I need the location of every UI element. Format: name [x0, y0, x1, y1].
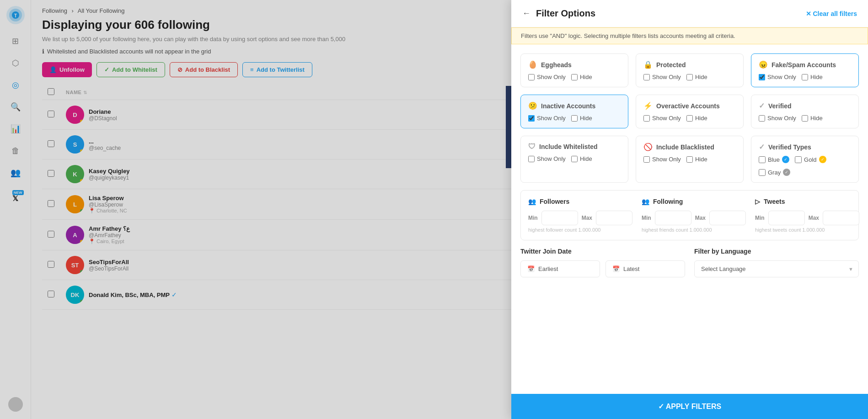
eggheads-show-only-checkbox[interactable] — [528, 74, 535, 80]
verified-show-only-checkbox[interactable] — [759, 115, 765, 122]
protected-hide[interactable]: Hide — [686, 74, 707, 80]
date-lang-section: Twitter Join Date 📅 Earliest 📅 Latest Fi — [520, 248, 859, 277]
filter-panel: ← Filter Options ✕ Clear all filters Fil… — [511, 0, 868, 419]
back-button[interactable]: ← — [522, 9, 530, 18]
followers-icon: 👥 — [528, 198, 536, 205]
verified-type-blue[interactable]: Blue ✓ — [759, 156, 789, 163]
include-blacklisted-icon: 🚫 — [643, 143, 653, 151]
verified-show-only[interactable]: Show Only — [759, 115, 796, 122]
inactive-show-only-checkbox[interactable] — [528, 115, 535, 122]
protected-show-only[interactable]: Show Only — [643, 74, 681, 80]
filter-row-1: 🥚 Eggheads Show Only Hide — [520, 53, 859, 87]
filter-header: ← Filter Options ✕ Clear all filters — [511, 0, 868, 27]
overactive-card: ⚡ Overactive Accounts Show Only Hide — [636, 95, 744, 128]
include-blacklisted-hide[interactable]: Hide — [686, 156, 707, 163]
include-whitelisted-icon: 🛡 — [528, 143, 536, 151]
eggheads-icon: 🥚 — [528, 60, 537, 69]
following-max-input[interactable] — [709, 211, 746, 225]
verified-type-gold-checkbox[interactable] — [795, 156, 802, 163]
inactive-card: 😕 Inactive Accounts Show Only Hide — [520, 95, 628, 128]
tweets-range: ▷ Tweets Min Max highest tweets count 1.… — [755, 198, 859, 233]
verified-type-gray[interactable]: Gray ✓ — [759, 169, 790, 176]
tweets-min-input[interactable] — [768, 211, 805, 225]
eggheads-show-only[interactable]: Show Only — [528, 74, 566, 80]
eggheads-card: 🥚 Eggheads Show Only Hide — [520, 53, 628, 87]
overactive-show-only[interactable]: Show Only — [643, 115, 681, 122]
following-range: 👥 Following Min Max highest friends coun… — [642, 198, 746, 233]
verified-hide[interactable]: Hide — [802, 115, 823, 122]
blue-checkmark: ✓ — [782, 156, 789, 163]
calendar-icon: 📅 — [527, 265, 535, 272]
verified-icon: ✓ — [759, 101, 765, 110]
filter-title: Filter Options — [536, 8, 595, 19]
fake-spam-hide-checkbox[interactable] — [802, 74, 808, 80]
inactive-show-only[interactable]: Show Only — [528, 115, 566, 122]
verified-type-blue-checkbox[interactable] — [759, 156, 766, 163]
following-min-input[interactable] — [655, 211, 691, 225]
following-icon: 👥 — [642, 198, 649, 205]
tweets-max-input[interactable] — [823, 211, 859, 225]
verified-types-card: ✓ Verified Types Blue ✓ Gold ✓ — [751, 136, 859, 183]
followers-range: 👥 Followers Min Max highest follower cou… — [528, 198, 632, 233]
include-blacklisted-hide-checkbox[interactable] — [686, 156, 693, 163]
filter-row-3: 🛡 Include Whitelisted Show Only Hide — [520, 136, 859, 183]
include-blacklisted-show-only-checkbox[interactable] — [643, 156, 650, 163]
overactive-hide-checkbox[interactable] — [686, 115, 693, 122]
filter-notice: Filters use "AND" logic. Selecting multi… — [511, 27, 868, 44]
inactive-icon: 😕 — [528, 101, 537, 110]
apply-filters-bar[interactable]: ✓ APPLY FILTERS — [511, 394, 868, 419]
eggheads-hide-checkbox[interactable] — [571, 74, 578, 80]
protected-hide-checkbox[interactable] — [686, 74, 693, 80]
verified-type-gold[interactable]: Gold ✓ — [795, 156, 826, 163]
gold-checkmark: ✓ — [819, 156, 826, 163]
inactive-hide-checkbox[interactable] — [571, 115, 578, 122]
overactive-icon: ⚡ — [643, 101, 653, 110]
latest-date[interactable]: 📅 Latest — [605, 260, 685, 277]
fake-spam-icon: 😠 — [759, 60, 768, 69]
fake-spam-card: 😠 Fake/Spam Accounts Show Only Hide — [751, 53, 859, 87]
language-select[interactable]: Select Language English Spanish French G… — [694, 260, 859, 277]
include-whitelisted-card: 🛡 Include Whitelisted Show Only Hide — [520, 136, 628, 183]
filter-header-left: ← Filter Options — [522, 8, 595, 19]
range-grid: 👥 Followers Min Max highest follower cou… — [528, 198, 851, 233]
overactive-show-only-checkbox[interactable] — [643, 115, 650, 122]
overactive-hide[interactable]: Hide — [686, 115, 707, 122]
date-section: Twitter Join Date 📅 Earliest 📅 Latest — [520, 248, 685, 277]
verified-card: ✓ Verified Show Only Hide — [751, 95, 859, 128]
protected-icon: 🔒 — [643, 60, 653, 69]
verified-types-icon: ✓ — [759, 143, 765, 151]
range-section: 👥 Followers Min Max highest follower cou… — [520, 190, 859, 240]
calendar-icon-latest: 📅 — [612, 265, 620, 272]
include-whitelisted-hide-checkbox[interactable] — [571, 156, 578, 162]
eggheads-hide[interactable]: Hide — [571, 74, 592, 80]
gray-checkmark: ✓ — [783, 169, 790, 176]
tweets-icon: ▷ — [755, 198, 760, 205]
include-whitelisted-show-only-checkbox[interactable] — [528, 156, 535, 162]
verified-type-gray-checkbox[interactable] — [759, 169, 766, 176]
protected-show-only-checkbox[interactable] — [643, 74, 650, 80]
fake-spam-show-only-checkbox[interactable] — [759, 74, 765, 80]
apply-filters-button[interactable]: ✓ APPLY FILTERS — [658, 402, 721, 411]
verified-hide-checkbox[interactable] — [802, 115, 808, 122]
include-whitelisted-show-only[interactable]: Show Only — [528, 155, 566, 162]
earliest-date[interactable]: 📅 Earliest — [520, 260, 600, 277]
include-whitelisted-hide[interactable]: Hide — [571, 155, 592, 162]
include-blacklisted-show-only[interactable]: Show Only — [643, 156, 681, 163]
followers-min-input[interactable] — [541, 211, 578, 225]
filter-body: 🥚 Eggheads Show Only Hide — [511, 44, 868, 394]
include-blacklisted-card: 🚫 Include Blacklisted Show Only Hide — [636, 136, 744, 183]
filter-row-2: 😕 Inactive Accounts Show Only Hide — [520, 95, 859, 128]
inactive-hide[interactable]: Hide — [571, 115, 592, 122]
followers-max-input[interactable] — [596, 211, 632, 225]
clear-filters-button[interactable]: ✕ Clear all filters — [806, 10, 857, 17]
language-section: Filter by Language Select Language Engli… — [694, 248, 859, 277]
fake-spam-show-only[interactable]: Show Only — [759, 74, 796, 80]
fake-spam-hide[interactable]: Hide — [802, 74, 823, 80]
protected-card: 🔒 Protected Show Only Hide — [636, 53, 744, 87]
